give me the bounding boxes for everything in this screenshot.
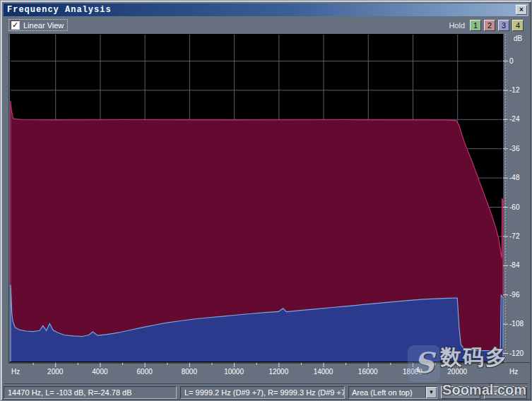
- y-axis-unit-label: dB: [514, 35, 523, 42]
- x-tick-label-14000: 14000: [314, 368, 333, 376]
- x-tick-label-2000: 2000: [47, 368, 64, 376]
- x-axis-unit-right: Hz: [509, 368, 518, 376]
- position-readout: 14470 Hz, L= -103 dB, R=-24.78 dB: [4, 386, 177, 399]
- x-tick-label-20000: 20000: [447, 368, 467, 376]
- checkbox-checked-icon[interactable]: ✓: [11, 20, 20, 30]
- y-tick-label--12: -12: [509, 86, 520, 94]
- y-tick-label--84: -84: [509, 261, 520, 269]
- y-tick-label-0: 0: [509, 57, 514, 65]
- close-icon[interactable]: ×: [516, 5, 527, 15]
- chevron-down-icon[interactable]: ▼: [425, 387, 437, 398]
- toolbar: ✓ Linear View Hold 1234: [4, 16, 528, 34]
- x-tick-label-10000: 10000: [224, 368, 244, 376]
- hold-button-1[interactable]: 1: [470, 20, 481, 31]
- x-tick-label-4000: 4000: [92, 368, 108, 376]
- y-axis-db: dB0-12-24-36-48-60-72-84-96-108-120: [503, 34, 524, 362]
- y-tick-label--108: -108: [509, 320, 524, 328]
- y-tick-label--96: -96: [509, 291, 520, 299]
- x-tick-label-8000: 8000: [182, 368, 198, 376]
- window-title: Frequency Analysis: [7, 5, 516, 15]
- frequency-plot-area[interactable]: dB0-12-24-36-48-60-72-84-96-108-120Hz200…: [4, 34, 528, 383]
- y-tick-label--48: -48: [509, 174, 520, 181]
- scan-button[interactable]: Scan: [441, 386, 480, 399]
- frequency-analysis-window: Frequency Analysis × ✓ Linear View Hold …: [0, 0, 532, 401]
- hold-button-group: Hold 1234: [449, 20, 524, 31]
- title-bar[interactable]: Frequency Analysis ×: [4, 4, 528, 16]
- frequency-chart-svg[interactable]: dB0-12-24-36-48-60-72-84-96-108-120Hz200…: [4, 34, 530, 383]
- linear-view-label: Linear View: [23, 21, 64, 30]
- hold-button-2[interactable]: 2: [484, 20, 495, 31]
- hold-button-4[interactable]: 4: [512, 20, 524, 31]
- x-tick-label-6000: 6000: [137, 368, 153, 376]
- linear-view-checkbox-group[interactable]: ✓ Linear View: [8, 19, 68, 31]
- x-tick-label-12000: 12000: [268, 368, 288, 376]
- x-tick-label-18000: 18000: [403, 368, 422, 376]
- y-tick-label--36: -36: [509, 145, 520, 152]
- y-tick-label--24: -24: [509, 115, 520, 123]
- hold-button-3[interactable]: 3: [498, 20, 509, 31]
- display-mode-select[interactable]: Area (Left on top) ▼: [348, 386, 437, 399]
- advanced-button[interactable]: Advanced: [484, 386, 527, 399]
- x-tick-label-16000: 16000: [358, 368, 378, 376]
- cursor-readout: L= 9999.2 Hz (D#9 +7), R= 9999.3 Hz (D#9…: [180, 386, 345, 399]
- hold-label: Hold: [449, 21, 465, 30]
- y-tick-label--120: -120: [509, 349, 524, 357]
- y-tick-label--72: -72: [509, 232, 520, 240]
- y-tick-label--60: -60: [509, 203, 520, 211]
- x-axis-hz: Hz20004000600080001000012000140001600018…: [9, 363, 530, 376]
- status-bar: 14470 Hz, L= -103 dB, R=-24.78 dB L= 999…: [4, 383, 528, 399]
- display-mode-value: Area (Left on top): [349, 387, 425, 398]
- x-axis-unit-left: Hz: [11, 368, 20, 376]
